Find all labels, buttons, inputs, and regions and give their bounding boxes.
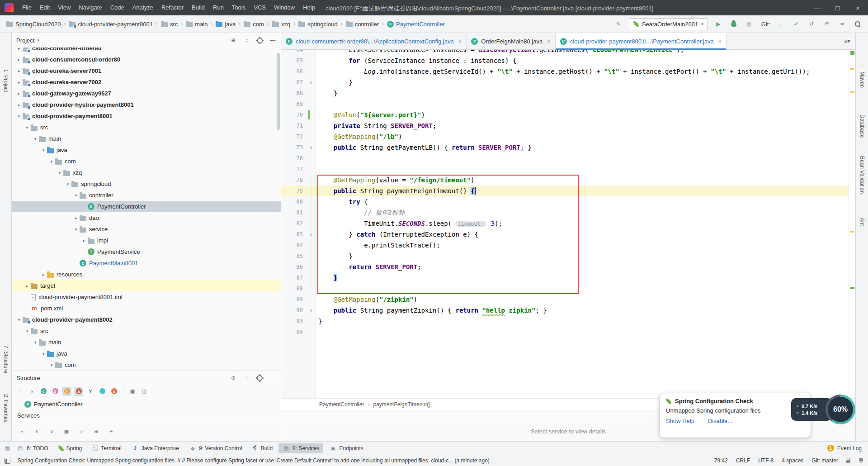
fold-marker[interactable]: ∧ xyxy=(307,77,316,88)
toolwindow-button-database[interactable]: Database xyxy=(859,114,865,138)
status-message[interactable]: Spring Configuration Check: Unmapped Spr… xyxy=(18,457,707,464)
code-line-70[interactable]: 70 @Value("${server.port}") xyxy=(281,109,849,120)
line-number[interactable]: 71 xyxy=(281,120,307,131)
tree-item-paymentmain8001[interactable]: cPaymentMain8001 xyxy=(12,257,281,269)
warning-marker[interactable] xyxy=(850,91,854,93)
inspection-scrollbar[interactable] xyxy=(849,50,855,398)
menu-window[interactable]: Window xyxy=(270,0,299,15)
history-icon[interactable]: ↺ xyxy=(807,19,816,29)
breadcrumb-item-src[interactable]: src xyxy=(160,20,179,28)
code-editor[interactable]: 64 List<ServiceInstance> instances = dis… xyxy=(281,50,855,398)
tree-item-impl[interactable]: ▸impl xyxy=(12,235,281,246)
menu-run[interactable]: Run xyxy=(209,0,228,15)
toolwindow-button-7-structure[interactable]: 7: Structure xyxy=(3,345,9,373)
code-line-90[interactable]: 90∨ public String paymentZipkin() { retu… xyxy=(281,305,849,316)
fold-marker[interactable]: ∨ xyxy=(307,305,316,316)
diff-icon[interactable]: ≍ xyxy=(837,19,847,29)
chevron-down-icon[interactable]: ▾ xyxy=(15,114,23,119)
tree-item-target[interactable]: ▸target xyxy=(12,280,281,291)
chevron-down-icon[interactable]: ▾ xyxy=(56,171,63,175)
chevron-down-icon[interactable]: ▾ xyxy=(15,318,23,322)
code-line-79[interactable]: 79 public String paymentFeignTimeout() { xyxy=(281,185,849,196)
tree-item-dao[interactable]: ▸dao xyxy=(12,212,281,223)
search-icon[interactable] xyxy=(853,19,863,29)
tree-item-service[interactable]: ▾service xyxy=(12,223,281,235)
notifications-bell-icon[interactable] xyxy=(859,458,863,463)
tree-item-cloud-provider-payment8002[interactable]: ▾cloud-provider-payment8002 xyxy=(12,314,281,325)
code-line-66[interactable]: 66 Log.info(instance.getServiceId() + "\… xyxy=(281,66,849,77)
line-number[interactable]: 89 xyxy=(281,294,307,305)
add-service-icon[interactable]: + xyxy=(107,427,116,436)
fold-marker[interactable]: ∧ xyxy=(307,229,316,240)
tree-item-cloud-provider-hystrix-payment8001[interactable]: ▸cloud-provider-hystrix-payment8001 xyxy=(12,99,281,110)
code-line-69[interactable]: 69 xyxy=(281,99,849,109)
filter-icon[interactable]: Y xyxy=(86,387,95,396)
menu-file[interactable]: File xyxy=(18,0,36,15)
editor-breadcrumb-paymentfeigntimeout[interactable]: paymentFeignTimeout() xyxy=(373,401,430,408)
code-line-83[interactable]: 83∧ } catch (InterruptedException e) { xyxy=(281,229,849,240)
line-number[interactable]: 76 xyxy=(281,153,307,164)
code-line-78[interactable]: 78 @GetMapping(value = "/feign/timeout") xyxy=(281,175,849,185)
code-line-88[interactable]: 88 xyxy=(281,283,849,294)
tree-item-springcloud[interactable]: ▾springcloud xyxy=(12,178,281,190)
code-line-73[interactable]: 73∨ public String getPaymentLB() { retur… xyxy=(281,142,849,153)
code-line-89[interactable]: 89 @GetMapping("/zipkin") xyxy=(281,294,849,305)
chevron-down-icon[interactable]: ▾ xyxy=(32,340,39,345)
tree-item-src[interactable]: ▾src xyxy=(12,325,281,337)
warning-marker[interactable] xyxy=(850,68,854,70)
wrench-icon[interactable]: ✎ xyxy=(613,19,623,29)
code-line-81[interactable]: 81 // 暂停3秒钟 xyxy=(281,207,849,218)
toolwindow-button-endpoints[interactable]: ◉Endpoints xyxy=(325,443,367,453)
line-number[interactable]: 85 xyxy=(281,251,307,262)
line-number[interactable]: 83 xyxy=(281,229,307,240)
line-number[interactable]: 70 xyxy=(281,109,307,120)
tree-item-cloud-provider-payment8001[interactable]: ▾cloud-provider-payment8001 xyxy=(12,110,281,122)
code-line-77[interactable]: 77 xyxy=(281,164,849,175)
show-lambdas-icon[interactable]: λ xyxy=(109,387,118,396)
caret-position[interactable]: 79:42 xyxy=(714,457,728,464)
chevron-down-icon[interactable]: ▾ xyxy=(72,193,80,198)
structure-panel-title[interactable]: Structure xyxy=(16,375,40,381)
line-ending[interactable]: CRLF xyxy=(736,457,750,464)
git-branch[interactable]: Git: master xyxy=(811,457,838,464)
show-anonymous-classes-icon[interactable]: a xyxy=(74,387,83,396)
chevron-down-icon[interactable]: ▾ xyxy=(72,227,80,232)
editor-tab-orderfeignmain80-java[interactable]: cOrderFeignMain80.java× xyxy=(467,33,555,49)
show-fields-icon[interactable]: f xyxy=(62,387,71,396)
code-line-76[interactable]: 76 xyxy=(281,153,849,164)
breadcrumb-item-controller[interactable]: controller xyxy=(345,20,380,28)
more-icon[interactable]: » xyxy=(17,427,26,436)
line-number[interactable]: 84 xyxy=(281,240,307,251)
project-panel-title[interactable]: Project xyxy=(16,37,34,44)
close-button[interactable]: × xyxy=(848,0,868,15)
editor-tab-paymentcontroller-java[interactable]: ccloud-provider-payment8001\...\PaymentC… xyxy=(556,33,727,49)
line-number[interactable]: 90 xyxy=(281,305,307,316)
code-line-71[interactable]: 71 private String SERVER_PORT; xyxy=(281,120,849,131)
code-line-65[interactable]: 65 for (ServiceInstance instance : insta… xyxy=(281,55,849,66)
event-log-button[interactable]: Event Log xyxy=(837,445,862,452)
line-number[interactable]: 72 xyxy=(281,131,307,142)
toolwindow-button-6-todo[interactable]: ▤6: TODO xyxy=(13,443,52,453)
menu-help[interactable]: Help xyxy=(299,0,319,15)
chevron-down-icon[interactable]: ▾ xyxy=(24,329,31,333)
line-number[interactable]: 67 xyxy=(281,77,307,88)
tree-item-cloud-provider-payment8001-iml[interactable]: cloud-provider-payment8001.iml xyxy=(12,291,281,303)
toolwindow-button-9-version-control[interactable]: ◆9: Version Control xyxy=(185,443,246,453)
tree-item-cloud-consumerconsul-order80[interactable]: ▸cloud-consumerconsul-order80 xyxy=(12,54,281,65)
line-number[interactable]: 66 xyxy=(281,66,307,77)
tree-item-cloud-eureka-server7001[interactable]: ▸cloud-eureka-server7001 xyxy=(12,65,281,76)
breadcrumb-item-paymentcontroller[interactable]: cPaymentController xyxy=(386,20,446,28)
breadcrumb-item-springcloud[interactable]: springcloud xyxy=(297,20,339,28)
code-line-94[interactable]: 94 xyxy=(281,327,849,338)
breadcrumb-item-main[interactable]: main xyxy=(185,20,208,28)
toolwindow-button-8-services[interactable]: ▦8: Services xyxy=(278,443,323,453)
menu-view[interactable]: View xyxy=(54,0,75,15)
toolwindow-button-2-favorites[interactable]: 2: Favorites xyxy=(3,394,9,423)
sort-alphabetically-icon[interactable]: ↕ xyxy=(15,387,24,396)
warning-marker[interactable] xyxy=(850,231,854,233)
sort-by-visibility-icon[interactable]: ◑ xyxy=(27,387,36,396)
code-line-86[interactable]: 86 return SERVER_PORT; xyxy=(281,262,849,272)
line-number[interactable]: 79 xyxy=(281,185,307,196)
chevron-right-icon[interactable]: ▸ xyxy=(72,216,80,220)
rollback-icon[interactable]: ↶ xyxy=(822,19,832,29)
